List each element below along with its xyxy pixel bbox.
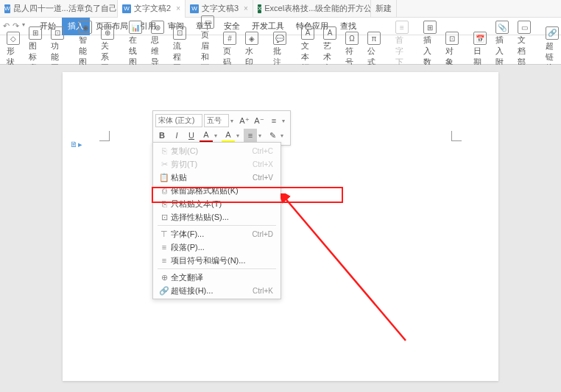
format-painter-button[interactable]: ✎ — [266, 129, 279, 142]
ribbon-页码[interactable]: #页码 — [219, 30, 240, 69]
文档部件-icon: ▭ — [518, 21, 531, 34]
ctx-label: 剪切(T) — [171, 159, 253, 170]
decrease-font-button[interactable]: A⁻ — [253, 114, 266, 127]
context-menu: ⎘复制(C)Ctrl+C✂剪切(T)Ctrl+X📋粘贴Ctrl+V⎙保留源格式粘… — [152, 142, 281, 299]
highlight-button[interactable]: A — [222, 129, 235, 142]
ribbon-公式[interactable]: π公式 — [364, 30, 384, 69]
关系图-icon: ⊕ — [101, 26, 114, 40]
首字下沉-icon: ≡ — [395, 21, 409, 34]
日期-icon: 📅 — [473, 32, 487, 45]
margin-corner-tl — [99, 131, 110, 141]
font-color-button[interactable]: A — [200, 129, 213, 142]
document-tab[interactable]: 新建 — [371, 0, 397, 18]
插入附件-icon: 📎 — [495, 21, 509, 34]
ctx-icon: ⎙ — [158, 186, 171, 195]
ctx-icon: ≡ — [158, 256, 171, 265]
ctx-超链接(H)...[interactable]: 🔗超链接(H)...Ctrl+K — [153, 284, 280, 297]
艺术字-icon: A — [323, 26, 336, 40]
list-button[interactable]: ≡ — [267, 114, 280, 127]
margin-corner-tr — [451, 131, 462, 141]
ctx-icon: ⎘ — [158, 146, 171, 155]
italic-button[interactable]: I — [170, 129, 183, 142]
chevron-down-icon[interactable]: ▾ — [282, 118, 288, 124]
在线图表-icon: 📊 — [129, 21, 142, 34]
ctx-剪切(T): ✂剪切(T)Ctrl+X — [153, 157, 280, 171]
ctx-保留源格式粘贴(K)[interactable]: ⎙保留源格式粘贴(K) — [153, 184, 280, 197]
document-tab[interactable]: W昆人四十一道...活章负了自己× — [0, 0, 118, 18]
ctx-icon: 📋 — [158, 173, 171, 182]
doc-icon: W — [122, 4, 131, 13]
ctx-全文翻译[interactable]: ⊕全文翻译 — [153, 271, 280, 284]
形状-icon: ◇ — [7, 32, 20, 45]
close-icon[interactable]: × — [244, 4, 248, 13]
font-size-select[interactable]: 五号 — [204, 114, 229, 127]
document-tab[interactable]: XExcel表格技...级全能的开方公式× — [253, 0, 371, 18]
ctx-icon: ⊤ — [158, 229, 171, 239]
arrow-annotation — [280, 193, 428, 363]
插入数字-icon: ⊞ — [423, 21, 437, 34]
shortcut: Ctrl+C — [252, 147, 273, 155]
document-page[interactable]: 🗎▸ 宋体 (正文) 五号 ▾ A⁺ A⁻ ≡ ▾ B I U A ▾ A ▾ … — [63, 72, 498, 381]
文本框-icon: A — [301, 26, 314, 40]
ctx-label: 超链接(H)... — [171, 285, 253, 296]
公式-icon: π — [367, 32, 381, 45]
ctx-icon: ⎘ — [158, 199, 171, 208]
ribbon-批注[interactable]: 💬批注 — [269, 30, 290, 69]
tab-label: 文字文稿2 — [134, 3, 171, 14]
font-family-select[interactable]: 宋体 (正文) — [155, 114, 202, 127]
chevron-down-icon[interactable]: ▾ — [236, 132, 242, 139]
ctx-label: 粘贴 — [171, 172, 253, 183]
chevron-down-icon[interactable]: ▾ — [230, 118, 236, 124]
menu-separator — [158, 268, 276, 269]
功能图-icon: ⊡ — [51, 26, 64, 40]
underline-button[interactable]: U — [185, 129, 198, 142]
ctx-字体(F)...[interactable]: ⊤字体(F)...Ctrl+D — [153, 227, 280, 240]
chevron-down-icon[interactable]: ▾ — [214, 132, 220, 139]
document-tab[interactable]: W文字文稿3× — [186, 0, 253, 18]
页眉和页脚-icon: ▭ — [201, 15, 214, 29]
智能图形-icon: ◉ — [79, 21, 92, 34]
ctx-label: 保留源格式粘贴(K) — [171, 185, 273, 196]
ribbon-对象[interactable]: ⊡对象 — [442, 30, 462, 69]
超链接-icon: 🔗 — [546, 26, 559, 40]
close-icon[interactable]: × — [176, 4, 180, 13]
ctx-label: 选择性粘贴(S)... — [171, 212, 273, 223]
ctx-label: 复制(C) — [171, 146, 252, 157]
shortcut: Ctrl+X — [253, 160, 273, 168]
ctx-icon: ✂ — [158, 160, 171, 169]
ctx-icon: ⊕ — [158, 273, 171, 282]
shortcut: Ctrl+K — [253, 287, 273, 295]
shortcut: Ctrl+V — [253, 174, 273, 182]
ribbon-水印[interactable]: ◈水印 — [241, 30, 262, 69]
ribbon-toolbar: ◇形状⊞图标库⊡功能图◉智能图形⊕关系图📊在线图表⊛思维导图⊡流程图▭页眉和页脚… — [0, 35, 561, 65]
ctx-只粘贴文本(T)[interactable]: ⎘只粘贴文本(T) — [153, 197, 280, 210]
ctx-icon: 🔗 — [158, 286, 171, 296]
ctx-选择性粘贴(S)...[interactable]: ⊡选择性粘贴(S)... — [153, 210, 280, 224]
ctx-icon: ≡ — [158, 243, 171, 252]
chevron-down-icon[interactable]: ▾ — [280, 132, 286, 139]
doc-icon: W — [190, 4, 199, 13]
doc-icon: W — [4, 4, 10, 13]
ctx-粘贴[interactable]: 📋粘贴Ctrl+V — [153, 171, 280, 184]
document-tabs: W昆人四十一道...活章负了自己×W文字文稿2×W文字文稿3×XExcel表格技… — [0, 0, 561, 18]
ribbon-日期[interactable]: 📅日期 — [470, 30, 490, 69]
chevron-down-icon[interactable]: ▾ — [258, 132, 264, 139]
ctx-段落(P)...[interactable]: ≡段落(P)... — [153, 240, 280, 254]
ctx-项目符号和编号(N)...[interactable]: ≡项目符号和编号(N)... — [153, 254, 280, 267]
符号-icon: Ω — [345, 32, 359, 45]
tab-label: 新建 — [375, 3, 392, 14]
document-tab[interactable]: W文字文稿2× — [118, 0, 186, 18]
tab-label: Excel表格技...级全能的开方公式 — [264, 3, 371, 14]
doc-icon: X — [258, 4, 261, 13]
svg-line-0 — [284, 197, 406, 341]
ctx-label: 字体(F)... — [171, 229, 252, 240]
bold-button[interactable]: B — [155, 129, 169, 142]
ribbon-符号[interactable]: Ω符号 — [342, 30, 362, 69]
对象-icon: ⊡ — [445, 32, 459, 45]
align-button[interactable]: ≡ — [244, 129, 257, 142]
ctx-label: 段落(P)... — [171, 242, 273, 253]
流程图-icon: ⊡ — [173, 26, 186, 40]
ctx-icon: ⊡ — [158, 213, 171, 222]
ribbon-形状[interactable]: ◇形状 — [3, 30, 24, 69]
increase-font-button[interactable]: A⁺ — [238, 114, 251, 127]
